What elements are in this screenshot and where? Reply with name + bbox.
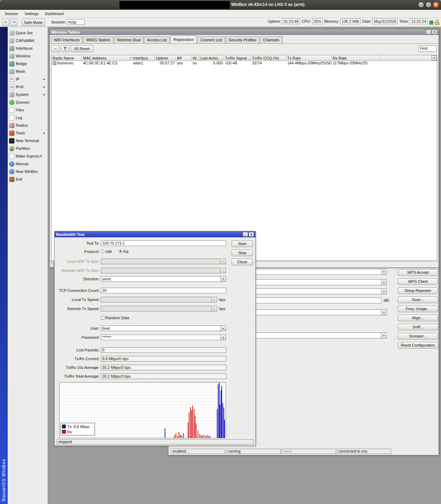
menu-dashboard[interactable]: Dashboard	[42, 10, 67, 17]
window-minimize-button[interactable]: —	[418, 2, 424, 8]
column-select-dropdown[interactable]: ▼	[432, 55, 437, 61]
covered-field-3-dropdown[interactable]: ▼	[381, 288, 387, 294]
sidebar-item-files[interactable]: Files	[8, 106, 48, 114]
sidebar-item-ip[interactable]: IP IP ▸	[8, 75, 48, 83]
sidebar-item-new-terminal[interactable]: > New Terminal	[8, 137, 48, 145]
direction-select[interactable]: send	[101, 276, 221, 282]
freq-usage-button[interactable]: Freq. Usage...	[398, 306, 438, 312]
align-button[interactable]: Align...	[398, 315, 438, 321]
safe-mode-button[interactable]: Safe Mode	[22, 19, 45, 26]
sniff-button[interactable]: Sniff...	[398, 324, 438, 330]
tab-channels[interactable]: Channels	[260, 36, 282, 43]
sidebar-item-interfaces[interactable]: Interfaces	[8, 44, 48, 52]
wps-client-button[interactable]: WPS Client	[398, 278, 438, 285]
wireless-tables-close-button[interactable]: ✕	[432, 30, 437, 34]
filter-button[interactable]	[61, 45, 69, 52]
reset-configuration-button[interactable]: Reset Configuration	[398, 342, 438, 349]
sidebar-item-wireless[interactable]: Wireless	[8, 52, 48, 60]
session-input[interactable]: moja	[67, 19, 85, 25]
sidebar-item-ipv6[interactable]: v6 IPv6 ▸	[8, 83, 48, 91]
sidebar-item-quick-set[interactable]: Quick Set	[8, 29, 48, 37]
make-supout-icon	[9, 154, 14, 159]
sidebar-item-new-winbox[interactable]: New WinBox	[8, 168, 48, 175]
wireless-tables-restore-button[interactable]: □	[426, 30, 431, 34]
tab-security-profiles[interactable]: Security Profiles	[226, 36, 260, 43]
window-close-button[interactable]: ✕	[433, 2, 439, 8]
txrx-total-average-label: Tx/Rx Total Average:	[55, 374, 99, 378]
sidebar-item-bridge[interactable]: Bridge	[8, 60, 48, 68]
stop-button[interactable]: Stop	[232, 250, 253, 256]
column-header-ccq[interactable]: Tx/Rx CCQ (%)	[251, 55, 286, 61]
find-input[interactable]: Find	[418, 46, 436, 52]
dialog-maximize-button[interactable]: □	[243, 232, 248, 237]
redo-button[interactable]: ↷	[11, 19, 18, 26]
sidebar-item-queues[interactable]: Queues	[8, 98, 48, 106]
menu-session[interactable]: Session	[1, 10, 21, 17]
protocol-tcp-radio[interactable]: tcp	[119, 249, 129, 253]
covered-field-4-dropdown[interactable]: ▼	[381, 309, 387, 315]
start-button[interactable]: Start	[232, 240, 253, 247]
sidebar-item-system[interactable]: System ▸	[8, 91, 48, 98]
column-header-radio-name[interactable]: Radio Name	[51, 55, 82, 61]
password-input[interactable]: ******	[101, 335, 221, 340]
sidebar-item-log[interactable]: Log	[8, 114, 48, 121]
cell-ap: yes	[176, 61, 192, 66]
column-header-w[interactable]: W...	[192, 55, 199, 61]
protocol-udp-radio[interactable]: udp	[101, 249, 112, 253]
sidebar-item-exit[interactable]: Exit	[8, 175, 48, 183]
scan-button[interactable]: Scan...	[398, 296, 438, 303]
user-input[interactable]: bnet	[101, 326, 221, 331]
column-header-interface[interactable]: Interface	[132, 55, 155, 61]
tab-registration[interactable]: Registration	[170, 35, 197, 43]
chart-bar	[196, 424, 197, 438]
random-data-checkbox[interactable]: Random Data	[101, 316, 129, 320]
covered-field-2-dropdown[interactable]: ▼	[381, 279, 387, 285]
sidebar-item-manual[interactable]: ? Manual	[8, 160, 48, 168]
window-maximize-button[interactable]: □	[426, 2, 432, 8]
reset-counters-button[interactable]: 00 Reset	[71, 45, 93, 52]
covered-field-5-dropdown[interactable]: ▼	[381, 332, 387, 338]
direction-dropdown[interactable]: ▼	[221, 276, 226, 282]
sidebar-item-make-supout[interactable]: Make Supout.rif	[8, 152, 48, 160]
registration-row[interactable]: Kamenec 4C:5E:0C:E1:4E:C3 wlan1 00:57:27…	[51, 61, 437, 66]
os-titlebar[interactable]: WinBox v6.43rc14 on LHG 5 ac (arm) — □ ✕	[0, 0, 441, 10]
menu-settings[interactable]: Settings	[21, 10, 42, 17]
sidebar-item-label: Manual	[16, 162, 42, 166]
close-button[interactable]: Close	[232, 259, 253, 265]
tab-wifi-interfaces[interactable]: WiFi Interfaces	[51, 36, 83, 43]
sidebar-item-mesh[interactable]: Mesh	[8, 68, 48, 75]
tab-connect-list[interactable]: Connect List	[197, 36, 225, 43]
remote-tx-speed-label: Remote Tx Speed:	[55, 307, 99, 311]
covered-field-1-dropdown[interactable]: ▼	[381, 269, 387, 275]
tab-nstreme-dual[interactable]: Nstreme Dual	[114, 36, 144, 43]
wps-accept-button[interactable]: WPS Accept	[398, 269, 438, 276]
submenu-arrow-icon: ▸	[43, 93, 46, 96]
setup-repeater-button[interactable]: Setup Repeater	[398, 287, 438, 294]
column-header-last-activity[interactable]: Last Activi...	[199, 55, 224, 61]
tcp-connection-count-input[interactable]: 20	[101, 288, 226, 293]
undo-button[interactable]: ↶	[2, 19, 9, 26]
tab-w60g-station[interactable]: W60G Station	[83, 36, 113, 43]
column-header-ap[interactable]: AP	[176, 55, 192, 61]
password-up-button[interactable]: ▲	[221, 335, 226, 340]
column-header-signal[interactable]: Tx/Rx Signal ...	[224, 55, 251, 61]
sidebar-item-capsman[interactable]: CAPsMAN	[8, 37, 48, 44]
column-header-tx-rate[interactable]: Tx Rate	[286, 55, 332, 61]
user-up-button[interactable]: ▲	[221, 326, 226, 331]
sidebar-item-partition[interactable]: Partition	[8, 145, 48, 152]
remove-button[interactable]: ─	[51, 45, 60, 52]
test-to-input[interactable]: 100.70.173.1	[101, 240, 226, 246]
snooper-button[interactable]: Snooper...	[398, 333, 438, 340]
tab-access-list[interactable]: Access List	[144, 36, 170, 43]
dialog-close-button[interactable]: ✕	[249, 232, 254, 237]
sidebar-item-tools[interactable]: Tools ▸	[8, 129, 48, 137]
column-header-rx-rate[interactable]: Rx Rate	[332, 55, 381, 61]
wireless-tables-titlebar[interactable]: Wireless Tables □ ✕	[50, 29, 439, 35]
column-header-uptime[interactable]: Uptime	[155, 55, 176, 61]
sidebar-item-radius[interactable]: Radius	[8, 121, 48, 129]
radio-selected-icon	[119, 250, 122, 253]
cell-mac: 4C:5E:0C:E1:4E:C3	[82, 61, 132, 66]
column-header-mac-address[interactable]: MAC Address /	[82, 55, 132, 61]
bandwidth-test-titlebar[interactable]: Bandwidth Test □ ✕	[55, 231, 255, 237]
cell-last-activity: 0.000	[199, 61, 224, 66]
